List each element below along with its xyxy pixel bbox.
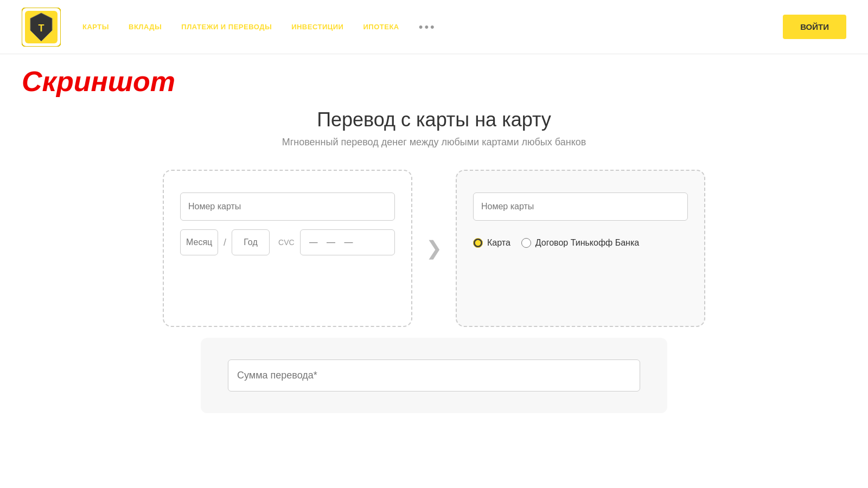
nav-item-mortgage[interactable]: ИПОТЕКА (363, 23, 399, 31)
logo-area: Т (22, 8, 61, 47)
header: Т КАРТЫ ВКЛАДЫ ПЛАТЕЖИ И ПЕРЕВОДЫ ИНВЕСТ… (0, 0, 868, 54)
page-title: Перевод с карты на карту (76, 108, 792, 131)
date-slash: / (224, 237, 226, 248)
main-content: Перевод с карты на карту Мгновенный пере… (54, 103, 814, 435)
amount-section (201, 338, 667, 413)
arrow-icon: ❯ (426, 237, 442, 260)
radio-card-label: Карта (487, 238, 510, 248)
from-card-cvc-input[interactable] (300, 229, 395, 255)
svg-text:Т: Т (39, 23, 44, 34)
login-button[interactable]: ВОЙТИ (783, 15, 846, 39)
logo-icon: Т (22, 8, 61, 47)
from-card-year-input[interactable] (232, 229, 270, 255)
radio-card-input[interactable] (473, 238, 483, 248)
radio-card-option[interactable]: Карта (473, 238, 510, 248)
nav-item-investments[interactable]: ИНВЕСТИЦИИ (291, 23, 343, 31)
from-card-number-input[interactable] (180, 192, 395, 221)
from-card-panel: / CVC (163, 170, 412, 327)
radio-contract-label: Договор Тинькофф Банка (535, 238, 639, 248)
main-nav: КАРТЫ ВКЛАДЫ ПЛАТЕЖИ И ПЕРЕВОДЫ ИНВЕСТИЦ… (82, 20, 783, 34)
nav-item-cards[interactable]: КАРТЫ (82, 23, 109, 31)
radio-contract-input[interactable] (521, 238, 531, 248)
transfer-section: / CVC ❯ Карта Договор Тинькофф Банка (76, 170, 792, 327)
page-subtitle: Мгновенный перевод денег между любыми ка… (76, 137, 792, 148)
to-card-number-input[interactable] (473, 192, 688, 221)
amount-input-wrap (228, 359, 640, 391)
from-card-details-row: / CVC (180, 229, 395, 255)
from-card-month-input[interactable] (180, 229, 218, 255)
radio-contract-option[interactable]: Договор Тинькофф Банка (521, 238, 639, 248)
transfer-arrow: ❯ (412, 237, 456, 260)
to-card-panel: Карта Договор Тинькофф Банка (456, 170, 705, 327)
cvc-label: CVC (278, 238, 295, 247)
nav-item-deposits[interactable]: ВКЛАДЫ (129, 23, 162, 31)
amount-input[interactable] (228, 359, 640, 391)
nav-item-payments[interactable]: ПЛАТЕЖИ И ПЕРЕВОДЫ (181, 23, 272, 31)
watermark-text: Скриншот (0, 54, 868, 103)
nav-more-dots[interactable]: ••• (419, 20, 436, 34)
payment-type-radio-group: Карта Договор Тинькофф Банка (473, 238, 688, 248)
